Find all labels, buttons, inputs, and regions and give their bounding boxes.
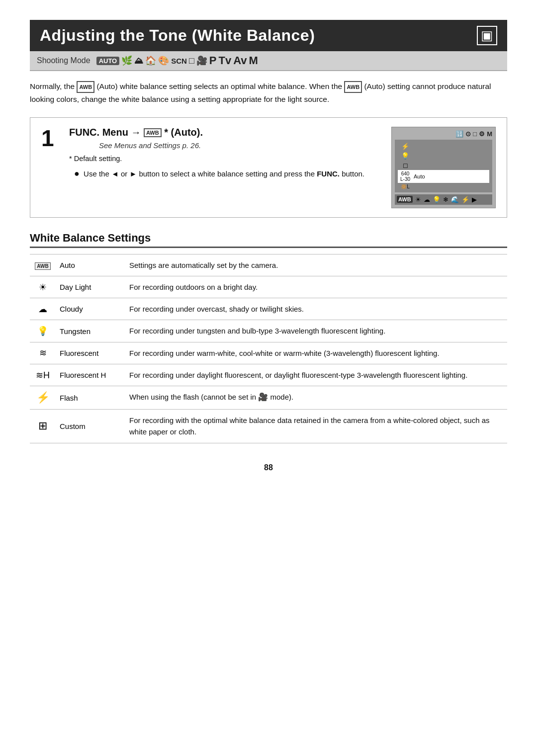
- awb-step-icon: AWB: [144, 128, 162, 137]
- name-cell-cloudy: Cloudy: [56, 298, 125, 320]
- step-asterisk: * (Auto).: [164, 127, 203, 138]
- icon-cell-flash: ⚡: [30, 386, 56, 410]
- page-number: 88: [30, 463, 507, 472]
- flash-icon: ⚡: [36, 391, 50, 404]
- wb-flash: ⚡: [461, 196, 469, 203]
- menu-item-2: 💡: [398, 151, 489, 161]
- name-cell-tungsten: Tungsten: [56, 320, 125, 342]
- mode-av-icon: Av: [233, 54, 247, 67]
- step-bullet-text: ● Use the ◄ or ► button to select a whit…: [69, 167, 381, 181]
- mode-icon-2: 🌿: [121, 55, 132, 66]
- wb-arrow: ▶: [472, 196, 477, 203]
- wb-sun: ☀: [415, 196, 421, 203]
- menu-icon-3: ◻: [400, 162, 411, 169]
- desc-cell-fluorescent: For recording under warm-white, cool-whi…: [125, 342, 507, 364]
- icon-cell-daylight: ☀: [30, 276, 56, 298]
- mode-rect-icon: □: [189, 56, 194, 66]
- step-default-note: * Default setting.: [69, 155, 381, 163]
- menu-icon-1: ⚡: [400, 143, 411, 150]
- step-number: 1: [41, 127, 59, 150]
- preview-menu: ⚡ 💡 ◻ 640L-30 Auto 🔆L: [395, 140, 492, 192]
- desc-cell-fluorescent-h: For recording under daylight fluorescent…: [125, 364, 507, 386]
- preview-bottom: AWB ☀ ☁ 💡 ❄ 🌊 ⚡ ▶: [395, 194, 492, 205]
- camera-preview: 🔢 ⊙ □ ⚙ M ⚡ 💡 ◻ 640L-30 Auto: [391, 127, 496, 208]
- video-mode-inline-icon: 🎥: [258, 393, 268, 401]
- step-box: 1 FUNC. Menu → AWB * (Auto). See Menus a…: [30, 117, 507, 218]
- page: Adjusting the Tone (White Balance) ▣ Sho…: [0, 0, 537, 756]
- bulb-icon: 💡: [37, 326, 48, 336]
- table-row-daylight: ☀ Day Light For recording outdoors on a …: [30, 276, 507, 298]
- awb-table-icon: AWB: [35, 262, 50, 270]
- shooting-mode-bar: Shooting Mode AUTO 🌿 ⛰ 🏠 🎨 SCN □ 🎥 P Tv …: [30, 51, 507, 71]
- page-title: Adjusting the Tone (White Balance): [40, 26, 315, 45]
- icon-cell-cloudy: ☁: [30, 298, 56, 320]
- mode-m-icon: M: [249, 54, 258, 67]
- settings-table: AWB Auto Settings are automatically set …: [30, 254, 507, 443]
- table-row-tungsten: 💡 Tungsten For recording under tungsten …: [30, 320, 507, 342]
- name-cell-custom: Custom: [56, 410, 125, 443]
- desc-cell-flash: When using the flash (cannot be set in 🎥…: [125, 386, 507, 410]
- wb-icons-row: AWB ☀ ☁ 💡 ❄ 🌊 ⚡ ▶: [397, 196, 477, 203]
- step-see-menus: See Menus and Settings p. 26.: [69, 141, 381, 150]
- menu-item-3: ◻: [398, 161, 489, 170]
- shooting-mode-icons: AUTO 🌿 ⛰ 🏠 🎨 SCN □ 🎥 P Tv Av M: [96, 54, 258, 67]
- table-row-fluorescent: ≋ Fluorescent For recording under warm-w…: [30, 342, 507, 364]
- table-row-flash: ⚡ Flash When using the flash (cannot be …: [30, 386, 507, 410]
- preview-top-icons: 🔢 ⊙ □ ⚙ M: [395, 130, 492, 138]
- icon-cell-custom: ⊞: [30, 410, 56, 443]
- cloud-icon: ☁: [38, 304, 47, 314]
- preview-icon-1: 🔢: [455, 130, 463, 138]
- wb-snow: ❄: [443, 196, 448, 203]
- awb-icon-2: AWB: [344, 81, 362, 93]
- mode-scn-icon: SCN: [171, 57, 187, 65]
- mode-icon-5: 🎨: [158, 55, 169, 66]
- name-cell-fluorescent-h: Fluorescent H: [56, 364, 125, 386]
- func-button-label: FUNC.: [317, 169, 340, 178]
- menu-icon-4: 640L-30: [400, 171, 411, 182]
- mode-auto-icon: AUTO: [96, 57, 120, 65]
- mode-p-icon: P: [209, 54, 217, 67]
- preview-icon-4: ⚙: [479, 130, 485, 138]
- preview-icon-m: M: [487, 130, 492, 138]
- header-bar: Adjusting the Tone (White Balance) ▣: [30, 20, 507, 51]
- mode-icon-3: ⛰: [134, 56, 143, 66]
- table-row-auto: AWB Auto Settings are automatically set …: [30, 254, 507, 276]
- desc-cell-tungsten: For recording under tungsten and bulb-ty…: [125, 320, 507, 342]
- mode-icon-4: 🏠: [145, 55, 156, 66]
- mode-tv-icon: Tv: [218, 54, 231, 67]
- mode-video-icon: 🎥: [196, 55, 207, 66]
- wb-bulb: 💡: [433, 196, 441, 203]
- fluor-icon: ≋: [39, 348, 47, 358]
- icon-cell-fluorescent-h: ≋H: [30, 364, 56, 386]
- step-instruction: FUNC. Menu → AWB * (Auto).: [69, 127, 381, 138]
- fluor-h-icon: ≋H: [36, 370, 50, 380]
- desc-cell-auto: Settings are automatically set by the ca…: [125, 254, 507, 276]
- see-menus-text: See Menus and Settings p. 26.: [99, 141, 201, 150]
- custom-icon: ⊞: [38, 420, 47, 432]
- bullet-dot: ●: [74, 168, 80, 178]
- wb-cloud: ☁: [424, 196, 430, 203]
- preview-icon-3: □: [473, 130, 477, 138]
- table-row-cloudy: ☁ Cloudy For recording under overcast, s…: [30, 298, 507, 320]
- menu-item-5: 🔆L: [398, 183, 489, 190]
- name-cell-flash: Flash: [56, 386, 125, 410]
- table-row-fluorescent-h: ≋H Fluorescent H For recording under day…: [30, 364, 507, 386]
- wb-awb-selected: AWB: [397, 196, 413, 203]
- menu-icon-2: 💡: [400, 152, 411, 160]
- menu-item-4-selected: 640L-30 Auto: [398, 170, 489, 183]
- name-cell-fluorescent: Fluorescent: [56, 342, 125, 364]
- preview-icon-2: ⊙: [465, 130, 471, 138]
- awb-icon-1: AWB: [77, 81, 94, 93]
- desc-cell-daylight: For recording outdoors on a bright day.: [125, 276, 507, 298]
- wb-wave: 🌊: [451, 196, 459, 203]
- auto-label: Auto: [414, 173, 425, 179]
- step-content: FUNC. Menu → AWB * (Auto). See Menus and…: [69, 127, 381, 181]
- name-cell-auto: Auto: [56, 254, 125, 276]
- desc-cell-cloudy: For recording under overcast, shady or t…: [125, 298, 507, 320]
- shooting-mode-label: Shooting Mode: [37, 56, 90, 65]
- icon-cell-fluorescent: ≋: [30, 342, 56, 364]
- sun-icon: ☀: [39, 282, 47, 292]
- name-cell-daylight: Day Light: [56, 276, 125, 298]
- menu-item-1: ⚡: [398, 142, 489, 151]
- desc-cell-custom: For recording with the optimal white bal…: [125, 410, 507, 443]
